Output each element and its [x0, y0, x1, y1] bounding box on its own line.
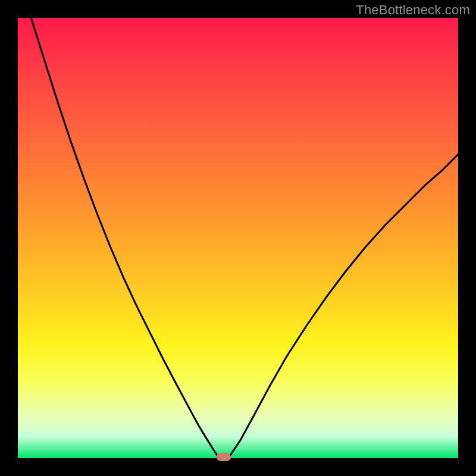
- watermark-text: TheBottleneck.com: [356, 2, 470, 18]
- left-branch-path: [31, 18, 218, 457]
- chart-frame: TheBottleneck.com: [0, 0, 476, 476]
- min-marker: [217, 453, 231, 461]
- plot-area: [18, 18, 458, 458]
- curve-svg: [18, 18, 458, 458]
- right-branch-path: [229, 154, 458, 456]
